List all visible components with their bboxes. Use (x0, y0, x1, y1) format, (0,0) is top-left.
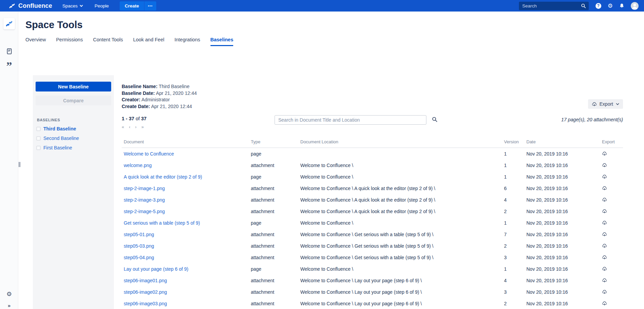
document-location: Welcome to Confluence \ Lay out your pag… (298, 289, 502, 295)
documents-table: Document Type Document Location Version … (122, 139, 623, 309)
create-button[interactable]: Create (120, 1, 144, 11)
document-type: attachment (249, 163, 298, 168)
export-row-icon[interactable] (602, 266, 607, 271)
document-version: 2 (502, 243, 524, 249)
search-icon (581, 3, 586, 8)
pages-icon[interactable] (0, 48, 18, 55)
range-total: 37 (141, 116, 146, 121)
space-settings-gear-icon[interactable]: ⚙ (0, 290, 18, 298)
document-link[interactable]: step06-image01.png (122, 278, 249, 283)
document-link[interactable]: step06-image02.png (122, 289, 249, 295)
export-row-icon[interactable] (602, 255, 607, 260)
table-body: Welcome to Confluence page 1 Nov 20, 201… (122, 148, 623, 309)
baseline-checkbox[interactable] (36, 136, 41, 141)
document-link[interactable]: step-2-image-1.png (122, 186, 249, 191)
range-start: 1 - 37 (122, 116, 134, 121)
confluence-logo[interactable]: Confluence (9, 2, 52, 9)
document-link[interactable]: welcome.png (122, 163, 249, 168)
document-version: 6 (502, 186, 524, 191)
document-link[interactable]: step05-01.png (122, 232, 249, 237)
document-link[interactable]: step05-04.png (122, 255, 249, 260)
header-document-location: Document Location (298, 139, 502, 144)
expand-sidebar-icon[interactable]: » (0, 303, 18, 308)
export-row-icon[interactable] (602, 197, 607, 202)
app-header: Confluence Spaces People Create ••• Sear… (0, 0, 644, 12)
export-row-icon[interactable] (602, 220, 607, 225)
export-row-icon[interactable] (602, 151, 607, 156)
header-date: Date (524, 139, 600, 144)
export-row-icon[interactable] (602, 232, 607, 237)
document-version: 1 (502, 174, 524, 180)
table-row: step-2-image-3.png attachment Welcome to… (122, 194, 623, 206)
quotes-icon[interactable]: ” (0, 62, 18, 70)
document-date: Nov 20, 2019 10:16 (524, 163, 600, 168)
document-type: attachment (249, 278, 298, 283)
search-submit-icon[interactable] (432, 117, 438, 122)
create-more-button[interactable]: ••• (144, 1, 156, 11)
header-version: Version (502, 139, 524, 144)
export-button[interactable]: Export (588, 99, 623, 109)
export-row-icon[interactable] (602, 163, 607, 168)
settings-gear-icon[interactable]: ⚙ (608, 3, 613, 9)
export-row-icon[interactable] (602, 186, 607, 191)
document-type: attachment (249, 197, 298, 203)
detail-value: Apr 21, 2020 12:44 (150, 104, 192, 109)
compare-button[interactable]: Compare (36, 96, 111, 105)
baseline-link-second-baseline[interactable]: Second Baseline (43, 136, 79, 141)
detail-field: Baseline Date: Apr 21, 2020 12:44 (122, 90, 623, 97)
document-date: Nov 20, 2019 10:16 (524, 174, 600, 180)
document-search-input[interactable]: Search in Document Title and Location (275, 115, 426, 125)
help-icon[interactable]: ? (596, 3, 601, 9)
first-page-icon[interactable]: « (122, 124, 124, 129)
tab-permissions[interactable]: Permissions (56, 37, 83, 46)
nav-spaces[interactable]: Spaces (62, 3, 83, 8)
space-logo[interactable] (0, 18, 18, 29)
last-page-icon[interactable]: » (141, 124, 144, 129)
document-link[interactable]: Welcome to Confluence (122, 151, 249, 157)
document-link[interactable]: Lay out your page (step 6 of 9) (122, 266, 249, 272)
prev-page-icon[interactable]: ‹ (129, 124, 130, 129)
nav-people[interactable]: People (95, 3, 109, 8)
new-baseline-button[interactable]: New Baseline (36, 82, 111, 91)
document-link[interactable]: A quick look at the editor (step 2 of 9) (122, 174, 249, 180)
tab-look-and-feel[interactable]: Look and Feel (133, 37, 164, 46)
export-row-icon[interactable] (602, 301, 607, 306)
document-date: Nov 20, 2019 10:16 (524, 289, 600, 295)
next-page-icon[interactable]: › (135, 124, 137, 129)
detail-field: Create Date: Apr 21, 2020 12:44 (122, 103, 623, 110)
export-row-icon[interactable] (602, 278, 607, 283)
export-row-icon[interactable] (602, 174, 607, 179)
nav-people-label: People (95, 3, 109, 8)
baseline-details: Baseline Name: Third BaselineBaseline Da… (122, 83, 623, 110)
document-link[interactable]: step06-image03.png (122, 301, 249, 306)
chevron-down-icon (616, 103, 619, 105)
header-type: Type (249, 139, 298, 144)
detail-value: Administrator (140, 97, 170, 102)
baseline-link-third-baseline[interactable]: Third Baseline (43, 126, 76, 131)
document-link[interactable]: Get serious with a table (step 5 of 9) (122, 220, 249, 226)
detail-value: Third Baseline (158, 84, 189, 89)
baseline-checkbox[interactable] (36, 146, 41, 150)
notifications-bell-icon[interactable] (619, 3, 624, 8)
tab-content-tools[interactable]: Content Tools (93, 37, 123, 46)
baseline-checkbox[interactable] (36, 127, 41, 131)
tab-overview[interactable]: Overview (25, 37, 46, 46)
page-title: Space Tools (25, 19, 83, 30)
document-link[interactable]: step05-03.png (122, 243, 249, 249)
top-nav: Spaces People (62, 3, 109, 8)
document-version: 3 (502, 255, 524, 260)
tab-baselines[interactable]: Baselines (210, 37, 234, 46)
create-group: Create ••• (120, 1, 156, 11)
export-row-icon[interactable] (602, 243, 607, 248)
tab-integrations[interactable]: Integrations (175, 37, 200, 46)
document-link[interactable]: step-2-image-3.png (122, 197, 249, 203)
baseline-item: First Baseline (36, 145, 111, 150)
left-rail: ” ⚙ » (0, 12, 18, 309)
panel-resize-handle[interactable] (19, 162, 20, 167)
export-row-icon[interactable] (602, 209, 607, 214)
export-row-icon[interactable] (602, 289, 607, 294)
user-avatar[interactable] (631, 2, 639, 10)
document-link[interactable]: step-2-image-5.png (122, 209, 249, 214)
global-search-input[interactable]: Search (519, 2, 589, 10)
baseline-link-first-baseline[interactable]: First Baseline (43, 145, 72, 150)
